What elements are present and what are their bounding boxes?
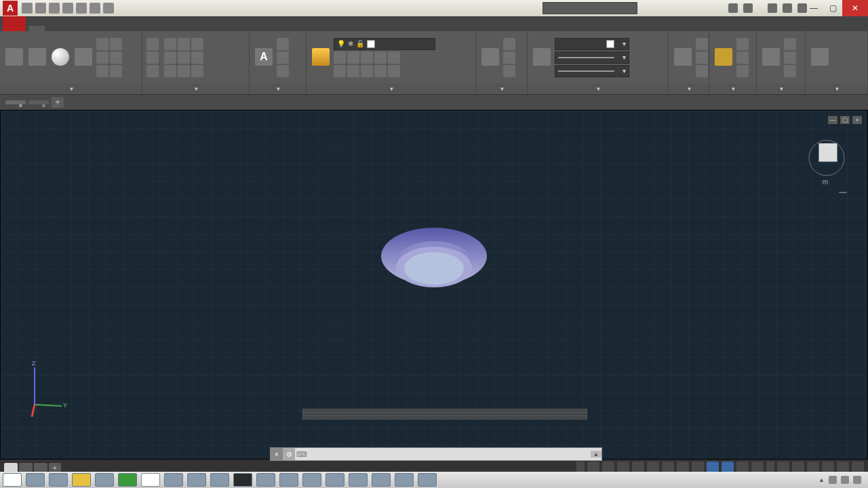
qat-plot-icon[interactable] (76, 3, 87, 14)
offset-icon[interactable] (191, 65, 203, 77)
close-icon[interactable]: × (42, 102, 45, 109)
otrack-toggle-icon[interactable] (662, 462, 674, 472)
taskbar-nvidia-icon[interactable] (233, 473, 252, 487)
3dosnap-toggle-icon[interactable] (722, 462, 734, 472)
layer-match-icon[interactable] (388, 52, 400, 64)
drawing-viewport[interactable]: — ▢ × (0, 110, 868, 460)
close-icon[interactable]: × (19, 102, 22, 109)
ortho-toggle-icon[interactable] (617, 462, 629, 472)
clean-screen-icon[interactable] (837, 462, 849, 472)
taskbar-app3-icon[interactable] (256, 473, 275, 487)
minimize-button[interactable]: — (804, 0, 823, 16)
workspace-switch-icon[interactable] (777, 462, 789, 472)
erase-icon[interactable] (191, 38, 203, 50)
taskbar-ie-icon[interactable] (49, 473, 68, 487)
tab-manage[interactable] (110, 26, 126, 31)
explode-icon[interactable] (191, 52, 203, 64)
stayconnected-icon[interactable] (783, 3, 792, 13)
layer-unlock-icon[interactable] (388, 65, 400, 77)
draw-flyout-icon[interactable] (110, 38, 122, 50)
linetype-combo[interactable]: ▾ (555, 65, 629, 77)
ellipse-icon[interactable] (96, 52, 108, 64)
create-block-icon[interactable] (503, 38, 515, 50)
tab-bim360[interactable] (175, 26, 191, 31)
taskbar-autocad-icon[interactable] (141, 473, 160, 487)
taskbar-app1-icon[interactable] (164, 473, 183, 487)
copy-clip-icon[interactable] (784, 52, 796, 64)
layer-lock-icon[interactable] (374, 52, 387, 64)
tab-output[interactable] (126, 26, 142, 31)
vp-close-icon[interactable]: × (852, 116, 862, 124)
edit-attr-icon[interactable] (503, 65, 515, 77)
circle-button[interactable] (50, 48, 71, 67)
tab-featured-apps[interactable] (191, 26, 208, 31)
arc-button[interactable] (73, 48, 94, 67)
table-icon[interactable] (277, 65, 289, 77)
status-scale-label[interactable] (766, 462, 774, 472)
snap-toggle-icon[interactable] (602, 462, 614, 472)
layer-on-icon[interactable] (361, 65, 373, 77)
taskbar-itunes-icon[interactable] (210, 473, 229, 487)
tab-home[interactable] (28, 26, 45, 31)
color-combo[interactable]: ▾ (555, 38, 629, 50)
hardware-accel-icon[interactable] (807, 462, 819, 472)
start-button[interactable] (3, 473, 22, 487)
insert-block-button[interactable] (480, 48, 500, 67)
stretch-button[interactable] (146, 65, 161, 77)
command-input[interactable] (309, 450, 591, 458)
tab-insert[interactable] (45, 26, 61, 31)
mirror-icon[interactable] (164, 52, 176, 64)
qat-open-icon[interactable] (35, 3, 46, 14)
polar-toggle-icon[interactable] (632, 462, 644, 472)
leader-icon[interactable] (277, 52, 289, 64)
grid-toggle-icon[interactable] (587, 462, 599, 472)
help-search-input[interactable] (542, 2, 637, 14)
vp-maximize-icon[interactable]: ▢ (840, 116, 850, 124)
layer-prev-icon[interactable] (334, 65, 346, 77)
taskbar-vlc-icon[interactable] (95, 473, 114, 487)
tray-volume-icon[interactable] (853, 476, 861, 484)
tab-parametric[interactable] (77, 26, 94, 31)
qat-save-icon[interactable] (49, 3, 60, 14)
vp-minimize-icon[interactable]: — (828, 116, 837, 124)
layer-combo[interactable]: 💡 ❄ 🔓 (334, 38, 435, 50)
line-button[interactable] (4, 48, 24, 67)
layer-uniso-icon[interactable] (347, 65, 359, 77)
quick-calc-icon[interactable] (736, 52, 749, 64)
command-close-icon[interactable]: × (271, 448, 283, 460)
rectangle-icon[interactable] (96, 38, 108, 50)
layer-iso-icon[interactable] (334, 52, 346, 64)
lineweight-toggle-icon[interactable] (677, 462, 689, 472)
viewcube[interactable] (806, 138, 847, 178)
osnap-toggle-icon[interactable] (647, 462, 659, 472)
paste-special-icon[interactable] (784, 65, 796, 77)
taskbar-dev-icon[interactable] (302, 473, 321, 487)
taskbar-app4-icon[interactable] (279, 473, 298, 487)
taskbar-app6-icon[interactable] (349, 473, 368, 487)
select-all-icon[interactable] (736, 38, 749, 50)
layer-freeze-icon[interactable] (361, 52, 373, 64)
qat-redo-icon[interactable] (103, 3, 114, 14)
command-expand-icon[interactable]: ▲ (591, 451, 601, 458)
taskbar-notes-icon[interactable] (418, 473, 437, 487)
layer-thaw-icon[interactable] (374, 65, 387, 77)
scale-icon[interactable] (164, 65, 176, 77)
taskbar-explorer-icon[interactable] (26, 473, 45, 487)
text-button[interactable]: A (254, 48, 274, 67)
new-doc-button[interactable]: + (52, 97, 64, 108)
dimension-icon[interactable] (277, 38, 289, 50)
tray-expand-icon[interactable]: ▲ (818, 476, 825, 483)
group-edit-icon[interactable] (696, 52, 708, 64)
move-button[interactable] (146, 38, 161, 50)
match-properties-button[interactable] (532, 48, 552, 67)
paste-button[interactable] (761, 48, 781, 67)
taskbar-chrome-icon[interactable] (72, 473, 91, 487)
wcs-badge[interactable] (839, 192, 847, 193)
dynamic-ucs-icon[interactable] (736, 462, 749, 472)
layer-off-icon[interactable] (347, 52, 359, 64)
customize-icon[interactable] (852, 462, 864, 472)
taskbar-app2-icon[interactable] (187, 473, 206, 487)
qat-undo-icon[interactable] (90, 3, 100, 14)
fillet-icon[interactable] (178, 52, 190, 64)
ungroup-icon[interactable] (696, 38, 708, 50)
